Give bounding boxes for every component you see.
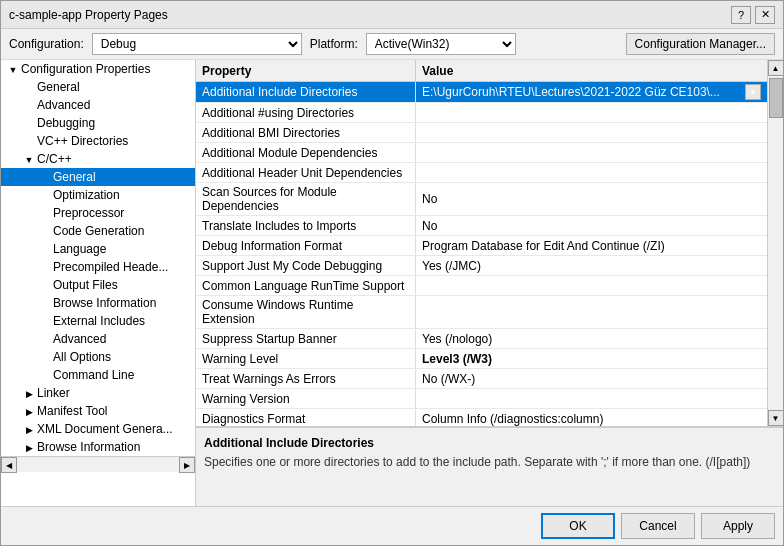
- sidebar-horizontal-scrollbar[interactable]: ◀ ▶: [1, 456, 195, 472]
- prop-value: [416, 103, 767, 122]
- spacer: [37, 227, 53, 237]
- platform-dropdown[interactable]: Active(Win32): [366, 33, 516, 55]
- window-title: c-sample-app Property Pages: [9, 8, 168, 22]
- prop-name: Diagnostics Format: [196, 409, 416, 426]
- prop-value: [416, 276, 767, 295]
- sidebar-item-cpp-all-options[interactable]: All Options: [1, 348, 195, 366]
- expand-icon: ▼: [5, 65, 21, 75]
- table-row[interactable]: Diagnostics Format Column Info (/diagnos…: [196, 409, 767, 426]
- sidebar-item-advanced[interactable]: Advanced: [1, 96, 195, 114]
- table-row[interactable]: Support Just My Code Debugging Yes (/JMC…: [196, 256, 767, 276]
- spacer: [37, 209, 53, 219]
- sidebar-item-cpp-precompiled[interactable]: Precompiled Heade...: [1, 258, 195, 276]
- table-row[interactable]: Debug Information Format Program Databas…: [196, 236, 767, 256]
- sidebar-item-linker[interactable]: ▶Linker: [1, 384, 195, 402]
- table-row[interactable]: Warning Level Level3 (/W3): [196, 349, 767, 369]
- table-row[interactable]: Additional Header Unit Dependencies: [196, 163, 767, 183]
- description-text: Specifies one or more directories to add…: [204, 454, 775, 471]
- sidebar-item-cpp-browse[interactable]: Browse Information: [1, 294, 195, 312]
- spacer: [37, 335, 53, 345]
- prop-value: No: [416, 216, 767, 235]
- description-title: Additional Include Directories: [204, 436, 775, 450]
- config-manager-button[interactable]: Configuration Manager...: [626, 33, 775, 55]
- scroll-left-button[interactable]: ◀: [1, 457, 17, 473]
- table-row[interactable]: Treat Warnings As Errors No (/WX-): [196, 369, 767, 389]
- spacer: [37, 191, 53, 201]
- table-row[interactable]: Common Language RunTime Support: [196, 276, 767, 296]
- scroll-thumb[interactable]: [769, 78, 783, 118]
- spacer: [37, 317, 53, 327]
- sidebar-item-debugging[interactable]: Debugging: [1, 114, 195, 132]
- scroll-track[interactable]: [17, 457, 179, 472]
- sidebar-item-general[interactable]: General: [1, 78, 195, 96]
- value-with-dropdown: E:\UgurCoruh\RTEU\Lectures\2021-2022 Güz…: [422, 84, 761, 100]
- spacer: [37, 263, 53, 273]
- sidebar-item-cpp-general[interactable]: General: [1, 168, 195, 186]
- sidebar-item-cpp-code-gen[interactable]: Code Generation: [1, 222, 195, 240]
- vertical-scrollbar[interactable]: ▲ ▼: [767, 60, 783, 426]
- table-row[interactable]: Scan Sources for Module Dependencies No: [196, 183, 767, 216]
- table-row[interactable]: Warning Version: [196, 389, 767, 409]
- sidebar-item-cpp-optimization[interactable]: Optimization: [1, 186, 195, 204]
- spacer: [21, 101, 37, 111]
- dropdown-arrow-button[interactable]: ▼: [745, 84, 761, 100]
- scroll-right-button[interactable]: ▶: [179, 457, 195, 473]
- sidebar-item-cpp-command-line[interactable]: Command Line: [1, 366, 195, 384]
- prop-name: Additional BMI Directories: [196, 123, 416, 142]
- sidebar-item-vcpp[interactable]: VC++ Directories: [1, 132, 195, 150]
- prop-value: [416, 296, 767, 328]
- sidebar-item-cpp[interactable]: ▼C/C++: [1, 150, 195, 168]
- prop-value: No (/WX-): [416, 369, 767, 388]
- apply-button[interactable]: Apply: [701, 513, 775, 539]
- spacer: [21, 119, 37, 129]
- spacer: [37, 245, 53, 255]
- ok-button[interactable]: OK: [541, 513, 615, 539]
- prop-value: Level3 (/W3): [416, 349, 767, 368]
- spacer: [37, 353, 53, 363]
- table-row[interactable]: Additional Include Directories E:\UgurCo…: [196, 82, 767, 103]
- prop-name: Warning Level: [196, 349, 416, 368]
- prop-name: Consume Windows Runtime Extension: [196, 296, 416, 328]
- properties-wrapper: Property Value Additional Include Direct…: [196, 60, 783, 426]
- prop-name: Suppress Startup Banner: [196, 329, 416, 348]
- title-bar-buttons: ? ✕: [731, 6, 775, 24]
- sidebar-item-config-props[interactable]: ▼Configuration Properties: [1, 60, 195, 78]
- sidebar-item-cpp-external[interactable]: External Includes: [1, 312, 195, 330]
- sidebar-item-cpp-language[interactable]: Language: [1, 240, 195, 258]
- sidebar-item-xml-doc[interactable]: ▶XML Document Genera...: [1, 420, 195, 438]
- prop-name: Additional Include Directories: [196, 82, 416, 102]
- spacer: [21, 83, 37, 93]
- bottom-buttons: OK Cancel Apply: [1, 506, 783, 545]
- sidebar: ▼Configuration Properties General Advanc…: [1, 60, 196, 506]
- table-row[interactable]: Additional #using Directories: [196, 103, 767, 123]
- properties-table: Property Value Additional Include Direct…: [196, 60, 767, 426]
- prop-name: Support Just My Code Debugging: [196, 256, 416, 275]
- sidebar-item-cpp-output[interactable]: Output Files: [1, 276, 195, 294]
- configuration-dropdown[interactable]: Debug: [92, 33, 302, 55]
- scroll-up-button[interactable]: ▲: [768, 60, 784, 76]
- table-row[interactable]: Translate Includes to Imports No: [196, 216, 767, 236]
- table-row[interactable]: Additional Module Dependencies: [196, 143, 767, 163]
- scroll-down-button[interactable]: ▼: [768, 410, 784, 426]
- sidebar-item-cpp-advanced[interactable]: Advanced: [1, 330, 195, 348]
- help-button[interactable]: ?: [731, 6, 751, 24]
- right-panel: Property Value Additional Include Direct…: [196, 60, 783, 506]
- prop-value: E:\UgurCoruh\RTEU\Lectures\2021-2022 Güz…: [416, 82, 767, 102]
- sidebar-item-manifest[interactable]: ▶Manifest Tool: [1, 402, 195, 420]
- properties-header: Property Value: [196, 60, 767, 82]
- table-row[interactable]: Suppress Startup Banner Yes (/nologo): [196, 329, 767, 349]
- spacer: [21, 137, 37, 147]
- spacer: [37, 371, 53, 381]
- prop-name: Translate Includes to Imports: [196, 216, 416, 235]
- value-column-header: Value: [416, 60, 767, 81]
- spacer: [37, 299, 53, 309]
- prop-value: [416, 123, 767, 142]
- table-row[interactable]: Additional BMI Directories: [196, 123, 767, 143]
- property-pages-window: c-sample-app Property Pages ? ✕ Configur…: [0, 0, 784, 546]
- table-row[interactable]: Consume Windows Runtime Extension: [196, 296, 767, 329]
- sidebar-item-cpp-preprocessor[interactable]: Preprocessor: [1, 204, 195, 222]
- cancel-button[interactable]: Cancel: [621, 513, 695, 539]
- close-button[interactable]: ✕: [755, 6, 775, 24]
- sidebar-item-browse-info[interactable]: ▶Browse Information: [1, 438, 195, 456]
- spacer: [37, 281, 53, 291]
